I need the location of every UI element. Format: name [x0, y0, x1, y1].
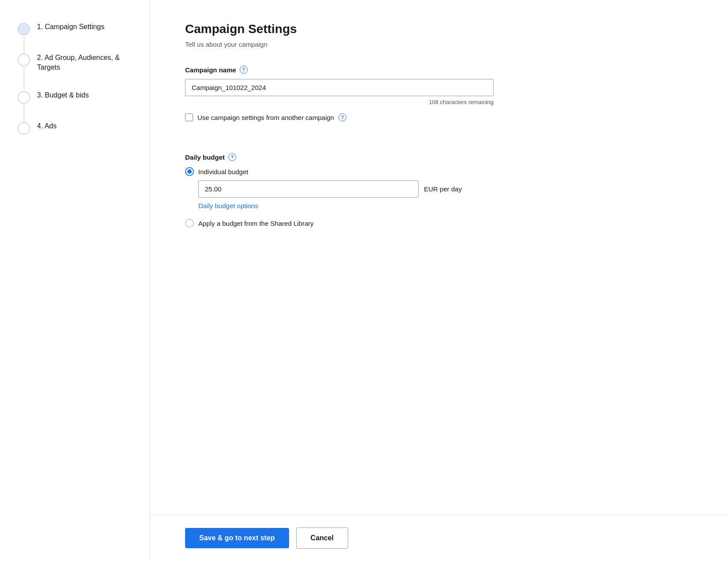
use-settings-row: Use campaign settings from another campa… [185, 113, 693, 121]
daily-budget-section: Daily budget ? Individual budget EU [185, 153, 693, 228]
char-count: 108 characters remaining [185, 99, 494, 105]
campaign-name-input[interactable] [185, 79, 494, 96]
step-2-circle [18, 54, 30, 66]
step-2-label: 2. Ad Group, Audiences, & Targets [37, 53, 136, 73]
cancel-button[interactable]: Cancel [296, 527, 348, 549]
step-4-circle [18, 122, 30, 135]
individual-budget-label: Individual budget [198, 168, 248, 176]
shared-library-label: Apply a budget from the Shared Library [198, 220, 314, 227]
daily-budget-options-link[interactable]: Daily budget options [198, 202, 258, 209]
budget-input-row: EUR per day [198, 180, 693, 198]
individual-budget-radio-row: Individual budget [185, 167, 693, 176]
budget-currency-label: EUR per day [424, 185, 462, 193]
sidebar: 1. Campaign Settings 2. Ad Group, Audien… [0, 0, 150, 561]
individual-budget-option: Individual budget EUR per day Daily budg… [185, 167, 693, 210]
step-3-label: 3. Budget & bids [37, 90, 89, 100]
daily-budget-options-link-container: Daily budget options [198, 202, 693, 210]
daily-budget-label: Daily budget ? [185, 153, 693, 161]
individual-budget-radio[interactable] [185, 167, 194, 176]
main-content: Campaign Settings Tell us about your cam… [150, 0, 728, 515]
budget-radio-group: Individual budget EUR per day Daily budg… [185, 167, 693, 228]
footer: Save & go to next step Cancel [150, 515, 728, 561]
use-settings-help-icon[interactable]: ? [338, 113, 346, 121]
campaign-name-label: Campaign name ? [185, 66, 693, 74]
campaign-name-section: Campaign name ? 108 characters remaining… [185, 66, 693, 121]
budget-amount-input[interactable] [198, 180, 419, 198]
page-title: Campaign Settings [185, 22, 693, 36]
step-3-circle [18, 91, 30, 104]
step-1-circle [18, 23, 30, 35]
sidebar-item-budget-bids[interactable]: 3. Budget & bids [18, 90, 136, 104]
sidebar-item-ad-group[interactable]: 2. Ad Group, Audiences, & Targets [18, 53, 136, 73]
sidebar-item-ads[interactable]: 4. Ads [18, 121, 136, 135]
daily-budget-help-icon[interactable]: ? [228, 153, 236, 161]
save-next-button[interactable]: Save & go to next step [185, 528, 289, 548]
sidebar-item-campaign-settings[interactable]: 1. Campaign Settings [18, 22, 136, 35]
use-settings-checkbox[interactable] [185, 113, 193, 121]
step-1-label: 1. Campaign Settings [37, 22, 104, 32]
shared-library-radio-row: Apply a budget from the Shared Library [185, 219, 693, 228]
step-4-label: 4. Ads [37, 121, 56, 131]
campaign-name-help-icon[interactable]: ? [240, 66, 248, 74]
use-settings-label: Use campaign settings from another campa… [197, 114, 334, 121]
shared-library-radio[interactable] [185, 219, 194, 228]
page-subtitle: Tell us about your campaign [185, 41, 693, 48]
